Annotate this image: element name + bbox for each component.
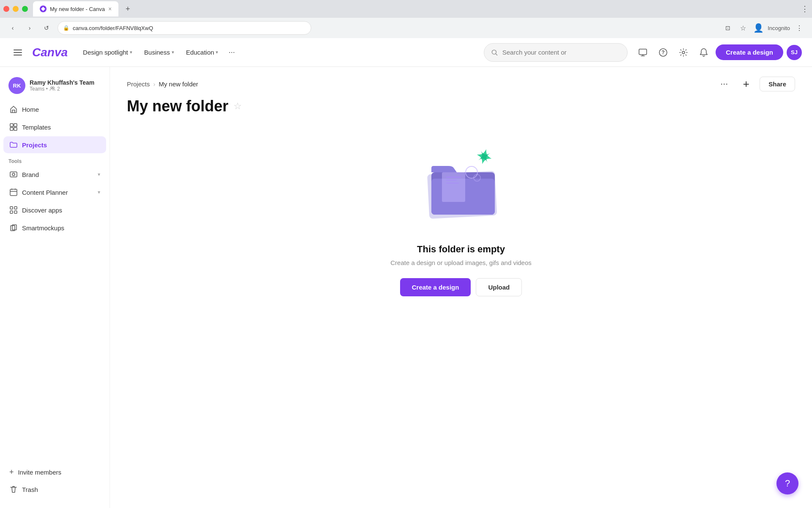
svg-rect-30: [446, 177, 461, 178]
share-button[interactable]: Share: [760, 77, 795, 91]
main-area: RK Ramy Khuffash's Team Teams • 2 Home: [0, 67, 812, 508]
search-icon: [491, 49, 498, 56]
sidebar-item-home-label: Home: [22, 106, 39, 113]
sidebar-item-projects[interactable]: Projects: [3, 136, 106, 153]
breadcrumb-projects-link[interactable]: Projects: [127, 80, 150, 88]
tab-close-button[interactable]: ×: [108, 6, 112, 12]
sidebar-item-brand[interactable]: Brand ▾: [3, 166, 106, 183]
nav-design-spotlight[interactable]: Design spotlight ▾: [78, 45, 137, 59]
team-section: RK Ramy Khuffash's Team Teams • 2: [0, 74, 110, 101]
browser-settings-icon[interactable]: ⋮: [793, 22, 805, 34]
tools-nav: Brand ▾ Content Planner ▾ Discover apps: [0, 166, 110, 236]
app-header: Canva Design spotlight ▾ Business ▾ Educ…: [0, 38, 812, 67]
svg-rect-14: [14, 124, 17, 127]
forward-button[interactable]: ›: [24, 22, 36, 34]
content-planner-row: Content Planner ▾: [22, 189, 100, 196]
browser-tab[interactable]: My new folder - Canva ×: [33, 1, 118, 17]
back-button[interactable]: ‹: [7, 22, 19, 34]
sidebar-item-home[interactable]: Home: [3, 101, 106, 118]
svg-rect-13: [10, 124, 13, 127]
nav-business[interactable]: Business ▾: [139, 45, 179, 59]
hamburger-menu[interactable]: [10, 45, 25, 60]
more-nav-button[interactable]: ···: [225, 44, 238, 60]
svg-rect-19: [10, 189, 17, 196]
svg-line-4: [496, 53, 497, 55]
traffic-light-green[interactable]: [22, 6, 28, 12]
sidebar: RK Ramy Khuffash's Team Teams • 2 Home: [0, 67, 110, 508]
sidebar-item-templates[interactable]: Templates: [3, 119, 106, 135]
more-options-button[interactable]: ···: [716, 75, 732, 92]
header-nav: Design spotlight ▾ Business ▾ Education …: [78, 44, 238, 60]
team-info: Ramy Khuffash's Team Teams • 2: [30, 79, 94, 92]
present-icon[interactable]: [634, 44, 651, 61]
favorite-star-icon[interactable]: ☆: [233, 101, 242, 112]
canva-logo[interactable]: Canva: [32, 46, 68, 59]
empty-upload-button[interactable]: Upload: [476, 278, 522, 296]
empty-state-actions: Create a design Upload: [400, 278, 522, 296]
team-meta: Teams • 2: [30, 86, 94, 92]
address-bar[interactable]: 🔒 canva.com/folder/FAFNV8lqXwQ: [58, 21, 311, 35]
header-actions: ? Create a design SJ: [634, 44, 802, 61]
cast-icon[interactable]: ⊡: [722, 22, 734, 34]
svg-rect-31: [446, 179, 457, 181]
sidebar-item-invite-members[interactable]: + Invite members: [3, 464, 106, 481]
svg-point-18: [12, 173, 15, 176]
sidebar-item-brand-label: Brand: [22, 171, 39, 178]
search-input[interactable]: [502, 49, 621, 56]
chevron-down-icon: ▾: [172, 50, 174, 55]
plus-icon: +: [9, 468, 14, 477]
traffic-light-yellow[interactable]: [13, 6, 19, 12]
help-icon[interactable]: ?: [655, 44, 672, 61]
svg-rect-32: [446, 182, 459, 184]
content-planner-icon: [9, 188, 18, 196]
sidebar-item-discover-apps[interactable]: Discover apps: [3, 202, 106, 218]
bookmark-icon[interactable]: ☆: [737, 22, 749, 34]
sidebar-item-trash[interactable]: Trash: [3, 481, 106, 498]
breadcrumb-current: My new folder: [159, 80, 198, 88]
svg-point-12: [52, 87, 54, 88]
browser-menu-icon[interactable]: ⋮: [801, 4, 809, 14]
people-icon: [49, 86, 55, 92]
svg-rect-23: [14, 211, 17, 213]
create-design-button[interactable]: Create a design: [716, 44, 783, 60]
page-content: Projects › My new folder ··· + Share My …: [110, 67, 812, 508]
sidebar-nav: Home Templates Projects: [0, 101, 110, 153]
avatar[interactable]: SJ: [787, 45, 802, 60]
help-fab-button[interactable]: ?: [776, 472, 798, 494]
incognito-label: Incognito: [768, 25, 790, 31]
content-planner-chevron-icon: ▾: [98, 189, 100, 195]
profile-icon[interactable]: 👤: [752, 22, 764, 34]
add-button[interactable]: +: [738, 75, 754, 92]
tools-section-label: Tools: [0, 153, 110, 166]
breadcrumb-separator: ›: [153, 80, 155, 88]
svg-rect-17: [10, 172, 17, 177]
discover-apps-icon: [9, 206, 18, 214]
folder-title: My new folder: [127, 97, 228, 115]
search-bar[interactable]: [484, 43, 628, 62]
new-tab-button[interactable]: +: [122, 3, 134, 15]
brand-icon: [9, 170, 18, 179]
nav-education[interactable]: Education ▾: [181, 45, 224, 59]
svg-rect-16: [14, 127, 17, 130]
invite-members-label: Invite members: [18, 469, 62, 476]
svg-rect-20: [10, 207, 13, 209]
settings-icon[interactable]: [675, 44, 692, 61]
tab-title: My new folder - Canva: [50, 6, 105, 12]
svg-rect-1: [14, 52, 22, 53]
empty-state-title: This folder is empty: [417, 244, 505, 255]
empty-state: This folder is empty Create a design or …: [110, 115, 812, 313]
sidebar-item-content-planner[interactable]: Content Planner ▾: [3, 184, 106, 201]
notifications-icon[interactable]: [695, 44, 712, 61]
brand-row: Brand ▾: [22, 171, 100, 178]
url-text: canva.com/folder/FAFNV8lqXwQ: [73, 25, 153, 31]
folder-illustration: [414, 141, 508, 234]
content-actions: ··· + Share: [716, 75, 795, 92]
templates-icon: [9, 123, 18, 131]
traffic-light-red[interactable]: [3, 6, 9, 12]
svg-rect-15: [10, 127, 13, 130]
svg-rect-22: [10, 211, 13, 213]
empty-create-design-button[interactable]: Create a design: [400, 278, 471, 296]
reload-button[interactable]: ↺: [41, 22, 52, 34]
folder-title-row: My new folder ☆: [110, 92, 812, 115]
sidebar-item-smartmockups[interactable]: Smartmockups: [3, 219, 106, 236]
